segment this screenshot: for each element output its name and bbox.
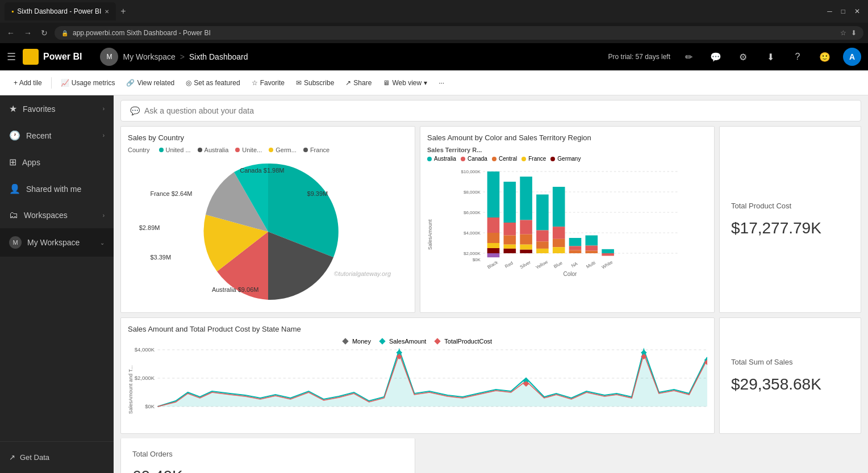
line-chart-area: SalesAmount and T... $4,000K $2,000K $0 [128,347,707,426]
svg-text:$0K: $0K [473,257,481,262]
legend-item-bar-germany: Germany [550,156,581,162]
svg-text:$2,000K: $2,000K [464,251,481,256]
power-bi-logo: Power BI [23,49,82,65]
pie-legend-label: Country [128,146,150,153]
new-tab-button[interactable]: + [120,6,126,16]
toolbar: + Add tile 📈 Usage metrics 🔗 View relate… [0,70,868,95]
feedback-icon[interactable]: 🙂 [816,48,834,66]
close-button[interactable]: ✕ [851,7,863,15]
kpi-tile-orders: Total Orders 60.40K [120,438,415,473]
legend-dot-france [303,148,308,152]
y-axis-label: SalesAmount [427,166,433,291]
favorite-button[interactable]: ☆ Favorite [247,77,289,89]
back-button[interactable]: ← [5,26,17,40]
legend-item-germ: Germ... [269,146,297,153]
svg-text:$4,000K: $4,000K [464,231,481,236]
usage-metrics-button[interactable]: 📈 Usage metrics [56,77,120,89]
kpi-value-product-cost: $17,277.79K [731,219,849,237]
get-data-icon: ↗ [9,453,15,462]
refresh-button[interactable]: ↻ [39,26,50,40]
web-view-button[interactable]: 🖥 Web view ▾ [378,77,432,89]
chart-icon: 📈 [61,79,69,87]
app-name: Power BI [43,52,82,62]
svg-rect-22 [504,236,516,245]
address-bar[interactable]: 🔒 app.powerbi.com Sixth Dashboard - Powe… [55,26,863,40]
sidebar-item-recent[interactable]: 🕐 Recent › [0,122,114,149]
user-avatar[interactable]: A [843,48,861,66]
svg-rect-42 [586,246,598,251]
sidebar-item-shared[interactable]: 👤 Shared with me [0,175,114,202]
bar-chart-area: SalesAmount $10,000K [427,166,707,291]
workspace-label[interactable]: My Workspace [123,52,175,61]
view-related-button[interactable]: 🔗 View related [122,77,179,89]
tab-close-button[interactable]: ✕ [105,9,109,15]
subscribe-button[interactable]: ✉ Subscribe [291,77,339,89]
pie-label-289: $2.89M [139,224,160,231]
svg-rect-44 [602,249,614,253]
legend-item-bar-australia: Australia [427,156,456,162]
main-content: 💬 Sales by Country Country United ... [114,95,868,473]
legend-label-bar-germany: Germany [557,156,581,162]
svg-rect-32 [536,241,549,249]
sidebar-item-my-workspace[interactable]: M My Workspace ⌄ [0,228,114,257]
hamburger-menu[interactable]: ☰ [7,51,16,63]
active-tab[interactable]: ▪ Sixth Dashboard - Power BI ✕ [5,2,116,20]
help-icon[interactable]: ? [788,48,807,66]
my-workspace-chevron: ⌄ [100,240,105,246]
svg-rect-25 [520,177,532,220]
chevron-down-icon: ▾ [424,79,427,87]
svg-rect-17 [487,243,500,248]
svg-rect-37 [553,247,565,253]
qa-bar[interactable]: 💬 [120,100,861,122]
edit-icon[interactable]: ✏ [679,48,698,66]
add-tile-button[interactable]: + Add tile [9,77,47,89]
svg-rect-16 [487,233,500,243]
legend-label-bar-central: Central [499,156,517,162]
window-controls: ─ □ ✕ [824,7,863,15]
line-y-axis-label: SalesAmount and T... [128,347,133,426]
bookmark-icon[interactable]: ☆ [840,29,846,37]
svg-text:Multi: Multi [585,260,596,269]
legend-item-money: Money [343,338,371,345]
shared-label: Shared with me [26,185,81,194]
kpi-value-orders: 60.40K [132,467,403,473]
legend-item-australia: Australia [198,146,229,153]
dashboard-grid: Sales by Country Country United ... Aust… [114,124,868,473]
minimize-button[interactable]: ─ [824,7,836,15]
sidebar-spacer [0,257,114,441]
svg-text:$8,000K: $8,000K [464,190,481,195]
sidebar-bottom: ↗ Get Data [0,441,114,473]
download-icon[interactable]: ⬇ [851,29,857,37]
top-nav-right: Pro trial: 57 days left ✏ 💬 ⚙ ⬇ ? 🙂 A [608,48,861,66]
legend-dot-united [159,148,164,152]
legend-dot-bar-canada [461,157,465,161]
legend-item-france: France [303,146,329,153]
svg-rect-14 [487,171,500,217]
settings-icon[interactable]: ⚙ [734,48,752,66]
svg-rect-18 [487,248,500,253]
svg-rect-2 [33,52,35,61]
sidebar-item-workspaces[interactable]: 🗂 Workspaces › [0,202,114,228]
set-featured-button[interactable]: ◎ Set as featured [181,77,244,89]
more-options-button[interactable]: ··· [434,77,449,89]
address-bar-row: ← → ↻ 🔒 app.powerbi.com Sixth Dashboard … [0,23,868,43]
legend-label-unite: Unite... [242,146,262,153]
svg-text:Silver: Silver [519,259,532,269]
sidebar-item-favorites[interactable]: ★ Favorites › [0,95,114,122]
share-icon: ↗ [345,79,351,87]
svg-text:$2,000K: $2,000K [135,375,155,381]
download-nav-icon[interactable]: ⬇ [761,48,779,66]
line-chart-tile: Sales Amount and Total Product Cost by S… [120,317,715,434]
workspace-avatar[interactable]: M [100,48,118,66]
kpi-tile-product-cost: Total Product Cost $17,277.79K [719,126,861,313]
url-text: app.powerbi.com Sixth Dashboard - Power … [73,29,211,37]
qa-input[interactable] [144,106,852,115]
maximize-button[interactable]: □ [838,7,849,15]
pbi-icon [23,49,39,65]
share-button[interactable]: ↗ Share [341,77,376,89]
get-data-button[interactable]: ↗ Get Data [9,449,105,466]
sidebar-item-apps[interactable]: ⊞ Apps [0,149,114,175]
forward-button[interactable]: → [22,26,34,40]
svg-text:$4,000K: $4,000K [135,347,155,353]
chat-icon[interactable]: 💬 [707,48,725,66]
